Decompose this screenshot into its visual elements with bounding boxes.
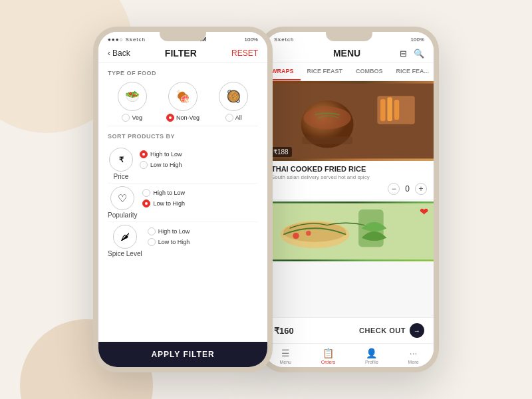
- all-icon: 🥘: [219, 82, 248, 111]
- nav-orders[interactable]: 📋 Orders: [321, 348, 335, 364]
- pop-lth-label: Low to High: [153, 200, 185, 207]
- price-icon: ₹: [109, 148, 133, 172]
- menu-title: MENU: [333, 48, 360, 59]
- spice-lth-label: Low to High: [158, 239, 190, 245]
- search-icon[interactable]: 🔍: [414, 49, 424, 59]
- qty-minus-1[interactable]: −: [388, 183, 400, 195]
- menu-body: ₹188 THAI COOKED FRIED RICE South asian …: [265, 81, 434, 317]
- back-label: Back: [112, 49, 130, 58]
- price-htl-label: High to Low: [150, 151, 182, 158]
- nonveg-label: Non-Veg: [176, 114, 200, 121]
- spice-htl-radio[interactable]: [148, 227, 156, 235]
- heart-icon-2[interactable]: ❤: [420, 205, 428, 218]
- price-label: Price: [114, 173, 129, 180]
- menu-nav-label: Menu: [279, 360, 291, 364]
- price-high-to-low[interactable]: High to Low: [140, 150, 182, 158]
- phones-wrapper: ●●●○ Sketch 9:41 AM 100% ‹ Back FILTER R…: [93, 27, 439, 372]
- checkout-price: ₹160: [274, 326, 294, 336]
- checkout-arrow-icon: →: [410, 323, 424, 338]
- filter-icon[interactable]: ⊟: [400, 49, 407, 59]
- svg-rect-6: [394, 100, 400, 120]
- orders-nav-icon: 📋: [323, 348, 334, 358]
- back-button[interactable]: ‹ Back: [108, 49, 130, 58]
- veg-label: Veg: [132, 114, 142, 121]
- food-name-1: THAI COOKED FRIED RICE: [271, 165, 427, 173]
- food-image-1: ₹188: [265, 81, 434, 161]
- pop-lth-radio[interactable]: [142, 200, 150, 207]
- tab-rice-fea2[interactable]: RICE FEA...: [390, 63, 434, 80]
- battery-left: 100%: [245, 37, 258, 43]
- tab-rice-feast[interactable]: RICE FEAST: [301, 63, 350, 80]
- chevron-left-icon: ‹: [108, 49, 110, 58]
- spice-label: Spice Level: [108, 250, 142, 257]
- menu-nav-icon: ☰: [281, 348, 290, 358]
- more-nav-label: More: [408, 360, 419, 364]
- menu-header-icons: ⊟ 🔍: [400, 49, 424, 59]
- svg-point-11: [293, 233, 299, 239]
- menu-tabs: WRAPS RICE FEAST COMBOS RICE FEA...: [265, 63, 434, 81]
- nav-more[interactable]: ··· More: [408, 348, 419, 364]
- pop-htl-radio[interactable]: [142, 189, 150, 197]
- popularity-low-to-high[interactable]: Low to High: [142, 200, 185, 207]
- profile-nav-label: Profile: [365, 360, 378, 364]
- sort-spice: 🌶 Spice Level High to Low Low to High: [108, 222, 258, 260]
- battery-right: 100%: [411, 37, 424, 43]
- sort-price: ₹ Price High to Low Low to High: [108, 145, 258, 184]
- svg-rect-5: [387, 97, 392, 121]
- nonveg-radio[interactable]: [166, 114, 174, 122]
- apply-filter-button[interactable]: APPLY FILTER: [98, 342, 267, 367]
- food-type-veg[interactable]: 🥗 Veg: [118, 82, 147, 122]
- nav-bar: ☰ Menu 📋 Orders 👤 Profile ··· More: [265, 343, 434, 367]
- price-htl-radio[interactable]: [140, 150, 148, 158]
- pop-htl-label: High to Low: [153, 190, 185, 196]
- nav-menu[interactable]: ☰ Menu: [279, 348, 291, 364]
- svg-point-2: [303, 106, 350, 129]
- notch-left: [160, 32, 206, 41]
- food-type-all[interactable]: 🥘 All: [219, 82, 248, 122]
- all-radio[interactable]: [225, 114, 233, 122]
- filter-phone: ●●●○ Sketch 9:41 AM 100% ‹ Back FILTER R…: [93, 27, 273, 372]
- spice-lth-radio[interactable]: [148, 238, 156, 246]
- food-type-nonveg[interactable]: 🍖 Non-Veg: [166, 82, 200, 122]
- spice-low-to-high[interactable]: Low to High: [148, 238, 190, 246]
- svg-point-12: [306, 231, 311, 236]
- filter-header: ‹ Back FILTER RESET: [98, 44, 267, 63]
- food-qty-row-1: − 0 +: [271, 183, 427, 195]
- profile-nav-icon: 👤: [366, 348, 377, 358]
- nonveg-icon: 🍖: [168, 82, 198, 111]
- spice-htl-label: High to Low: [158, 228, 190, 235]
- nav-profile[interactable]: 👤 Profile: [365, 348, 378, 364]
- sort-section-title: SORT PRODUCTS BY: [108, 133, 258, 140]
- menu-header: MENU ⊟ 🔍: [265, 44, 434, 63]
- popularity-high-to-low[interactable]: High to Low: [142, 189, 185, 197]
- price-low-to-high[interactable]: Low to High: [140, 161, 182, 169]
- more-nav-icon: ···: [410, 348, 418, 358]
- checkout-label: CHECK OUT: [359, 327, 406, 334]
- veg-radio[interactable]: [122, 114, 130, 122]
- carrier-right: Sketch: [274, 37, 294, 43]
- spice-high-to-low[interactable]: High to Low: [148, 227, 190, 235]
- svg-rect-7: [302, 137, 352, 144]
- qty-plus-1[interactable]: +: [415, 183, 427, 195]
- price-lth-label: Low to High: [150, 162, 182, 168]
- food-price-badge-1: ₹188: [270, 147, 292, 157]
- filter-body: TYPE OF FOOD 🥗 Veg 🍖 Non-Veg: [98, 63, 267, 342]
- food-image-2: ❤: [265, 201, 434, 261]
- tab-combos[interactable]: COMBOS: [349, 63, 390, 80]
- reset-button[interactable]: RESET: [231, 49, 258, 58]
- popularity-label: Popularity: [108, 211, 137, 219]
- spice-icon: 🌶: [113, 225, 137, 249]
- checkout-bar: ₹160 CHECK OUT →: [265, 317, 434, 343]
- food-card-1: ₹188 THAI COOKED FRIED RICE South asian …: [265, 81, 434, 199]
- qty-value-1: 0: [405, 184, 410, 194]
- food-image-svg-2: [265, 201, 434, 261]
- sort-popularity: ♡ Popularity High to Low Low to High: [108, 184, 258, 222]
- svg-rect-4: [380, 99, 386, 121]
- menu-phone: Sketch 9:41 AM 100% MENU ⊟ 🔍 WRAPS RICE …: [259, 27, 439, 372]
- orders-nav-label: Orders: [321, 360, 335, 364]
- food-desc-1: South asian delivery served hot and spic…: [271, 174, 427, 180]
- checkout-button[interactable]: CHECK OUT →: [359, 323, 424, 338]
- price-lth-radio[interactable]: [140, 161, 148, 169]
- food-info-1: THAI COOKED FRIED RICE South asian deliv…: [265, 161, 434, 199]
- veg-icon: 🥗: [118, 82, 147, 111]
